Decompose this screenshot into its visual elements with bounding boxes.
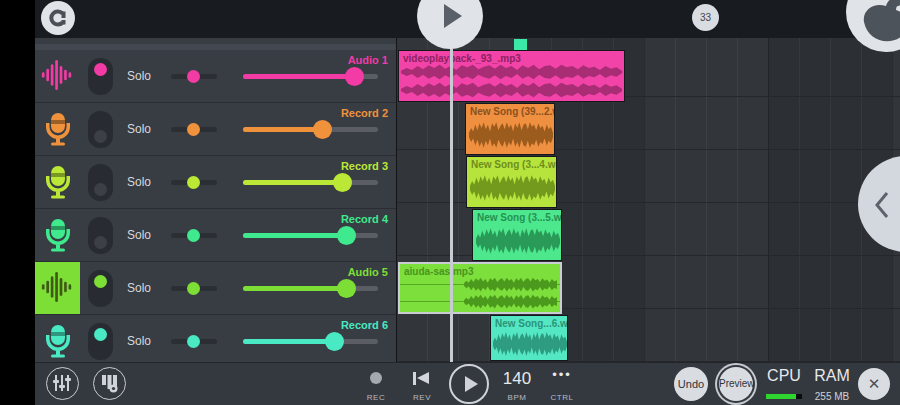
- solo-label[interactable]: Solo: [127, 209, 151, 262]
- volume-knob[interactable]: [345, 67, 364, 86]
- audio-clip-newsong-4[interactable]: New Song (3...4.wav: [466, 156, 557, 208]
- track-icon-cell[interactable]: [35, 103, 80, 155]
- waveform: [401, 64, 622, 80]
- clip-name: videoplayback-_93_.mp3: [403, 53, 521, 64]
- undo-button[interactable]: Undo: [674, 367, 708, 401]
- track-row-record-4[interactable]: Solo Record 4: [35, 209, 396, 262]
- rewind-icon: [413, 372, 431, 385]
- pan-slider[interactable]: [171, 74, 217, 79]
- pan-knob[interactable]: [187, 70, 200, 83]
- rewind-button[interactable]: REV: [402, 363, 442, 405]
- track-icon-cell[interactable]: [35, 315, 80, 362]
- pan-knob[interactable]: [187, 282, 200, 295]
- volume-slider[interactable]: [243, 180, 378, 185]
- waveform: [476, 227, 560, 255]
- track-icon-cell-selected[interactable]: [35, 262, 80, 314]
- pan-knob[interactable]: [187, 123, 200, 136]
- pan-slider[interactable]: [171, 127, 217, 132]
- track-icon-cell[interactable]: [35, 50, 80, 102]
- audio-clip-newsong-6[interactable]: New Song...6.wav: [490, 315, 568, 361]
- audio-clip-aiuda-selected[interactable]: aiuda-sas.mp3: [398, 262, 562, 314]
- record-button[interactable]: REC: [356, 363, 396, 405]
- track-name[interactable]: Record 6: [341, 319, 388, 331]
- solo-label[interactable]: Solo: [127, 103, 151, 156]
- clip-name: New Song (3...4.wav: [471, 159, 557, 170]
- track-arm-toggle[interactable]: [88, 58, 113, 95]
- volume-knob[interactable]: [333, 173, 352, 192]
- play-button-transport[interactable]: [449, 364, 489, 404]
- pan-slider[interactable]: [171, 233, 217, 238]
- track-name[interactable]: Audio 5: [348, 266, 388, 278]
- volume-slider[interactable]: [243, 286, 378, 291]
- audio-clip-newsong-5[interactable]: New Song (3...5.wav: [472, 209, 562, 261]
- volume-knob[interactable]: [337, 279, 356, 298]
- bottom-toolbar: REC REV 140 BPM ••• CTRL Undo Preview CP…: [0, 362, 900, 405]
- bpm-label: BPM: [495, 393, 539, 402]
- pan-slider[interactable]: [171, 180, 217, 185]
- instrument-settings-button[interactable]: [93, 367, 126, 400]
- mixer-button[interactable]: [46, 367, 79, 400]
- track-arm-toggle[interactable]: [88, 217, 113, 254]
- microphone-icon: [44, 165, 72, 199]
- track-name[interactable]: Record 4: [341, 213, 388, 225]
- ctrl-menu-button[interactable]: ••• CTRL: [542, 363, 582, 405]
- volume-slider[interactable]: [243, 74, 378, 79]
- pan-slider[interactable]: [171, 286, 217, 291]
- cpu-label: CPU: [762, 367, 806, 385]
- pan-knob[interactable]: [187, 176, 200, 189]
- rewind-label: REV: [402, 393, 442, 402]
- toggle-dot: [94, 275, 107, 288]
- preview-button[interactable]: Preview: [719, 367, 753, 401]
- solo-label[interactable]: Solo: [127, 50, 151, 103]
- bpm-control[interactable]: 140 BPM: [495, 363, 539, 405]
- track-row-record-3[interactable]: Solo Record 3: [35, 156, 396, 209]
- track-arm-toggle[interactable]: [88, 164, 113, 201]
- volume-slider[interactable]: [243, 233, 378, 238]
- ctrl-label: CTRL: [542, 393, 582, 402]
- bpm-value: 140: [495, 369, 539, 389]
- microphone-icon: [44, 112, 72, 146]
- track-arm-toggle[interactable]: [88, 270, 113, 307]
- track-row-record-6[interactable]: Solo Record 6: [35, 315, 396, 362]
- bar-number-marker[interactable]: 33: [692, 4, 719, 31]
- ram-value: 255 MB: [808, 391, 856, 402]
- main-menu-button[interactable]: [41, 1, 75, 35]
- track-arm-toggle[interactable]: [88, 111, 113, 148]
- volume-fill: [243, 233, 347, 238]
- pan-knob[interactable]: [187, 335, 200, 348]
- solo-label[interactable]: Solo: [127, 156, 151, 209]
- track-row-record-2[interactable]: Solo Record 2: [35, 103, 396, 156]
- close-button[interactable]: ✕: [858, 368, 890, 400]
- track-icon-cell[interactable]: [35, 209, 80, 261]
- track-list-panel: Solo Audio 1 Solo Record 2: [35, 38, 396, 362]
- cpu-usage-bar: [766, 394, 802, 399]
- volume-knob[interactable]: [337, 226, 356, 245]
- track-name[interactable]: Audio 1: [348, 54, 388, 66]
- waveform: [464, 294, 557, 309]
- track-row-audio-5-selected[interactable]: Solo Audio 5: [35, 262, 396, 315]
- pan-slider[interactable]: [171, 339, 217, 344]
- track-arm-toggle[interactable]: [88, 323, 113, 360]
- playhead[interactable]: [450, 33, 453, 362]
- solo-label[interactable]: Solo: [127, 315, 151, 362]
- solo-label[interactable]: Solo: [127, 262, 151, 315]
- cpu-usage-fill: [766, 394, 796, 399]
- play-icon: [465, 376, 478, 392]
- volume-slider[interactable]: [243, 127, 378, 132]
- waveform: [493, 331, 567, 357]
- volume-knob[interactable]: [313, 120, 332, 139]
- mixer-icon: [51, 372, 73, 394]
- pan-knob[interactable]: [187, 229, 200, 242]
- audio-clip-newsong-2[interactable]: New Song (39...2.wav: [465, 103, 555, 155]
- volume-fill: [243, 339, 335, 344]
- track-name[interactable]: Record 2: [341, 107, 388, 119]
- track-name[interactable]: Record 3: [341, 160, 388, 172]
- track-icon-cell[interactable]: [35, 156, 80, 208]
- fl-studio-logo-button[interactable]: [846, 0, 900, 52]
- volume-slider[interactable]: [243, 339, 378, 344]
- audio-clip-videoplayback[interactable]: videoplayback-_93_.mp3: [398, 50, 625, 102]
- track-row-audio-1[interactable]: Solo Audio 1: [35, 50, 396, 103]
- volume-knob[interactable]: [325, 332, 344, 351]
- waveform: [469, 121, 553, 149]
- toggle-dot: [94, 130, 107, 143]
